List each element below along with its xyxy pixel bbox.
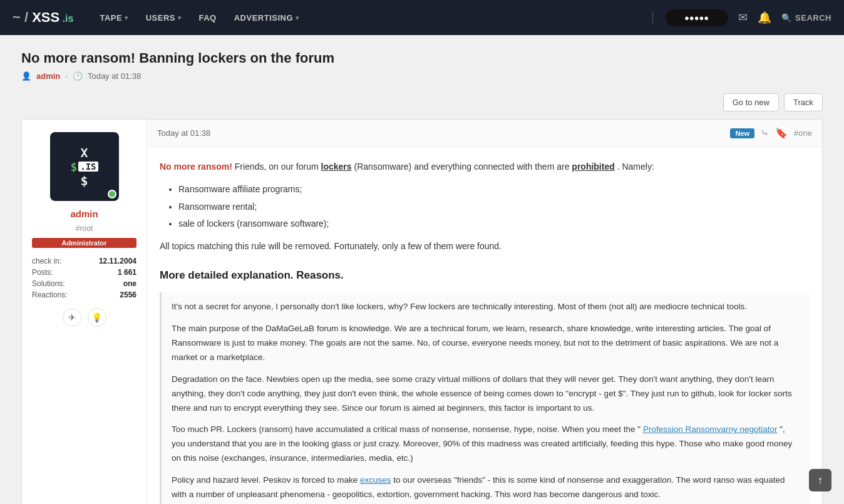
thread-title: No more ransom! Banning lockers on the f…: [21, 50, 823, 66]
thread-timestamp: Today at 01:38: [88, 71, 141, 81]
chevron-down-icon: ▾: [178, 14, 182, 21]
excuses-link[interactable]: excuses: [360, 475, 391, 485]
page-content: No more ransom! Banning lockers on the f…: [9, 35, 835, 504]
bookmark-icon[interactable]: 🔖: [775, 127, 788, 139]
section-title: More detailed explanation. Reasons.: [160, 267, 810, 285]
quote-paragraph-3: Too much PR. Lockers (ransom) have accum…: [172, 423, 800, 466]
post-content-area: Today at 01:38 New ⤷ 🔖 #one No more rans…: [147, 120, 822, 504]
nav-right: ●●●●● ✉ 🔔 🔍 SEARCH: [650, 9, 831, 26]
stat-posts: Posts: 1 661: [32, 267, 136, 278]
nav-advertising[interactable]: ADVERTISING ▾: [227, 8, 307, 28]
quote-paragraph-0: It's not a secret for anyone, I personal…: [172, 300, 800, 314]
quote-paragraph-1: The main purpose of the DaMaGeLaB forum …: [172, 322, 800, 365]
scroll-top-button[interactable]: ↑: [809, 469, 831, 491]
user-tag: #root: [76, 224, 93, 233]
prohibited-word: prohibited: [572, 162, 614, 172]
post-sidebar: X $ .IS $ admin #root Administrator chec…: [22, 120, 147, 504]
nav-separator: [652, 11, 653, 24]
telegram-icon[interactable]: ✈: [63, 308, 81, 327]
search-button[interactable]: 🔍 SEARCH: [781, 13, 831, 23]
stat-checkin: check in: 12.11.2004: [32, 255, 136, 267]
stat-solutions: Solutions: one: [32, 278, 136, 289]
thread-author[interactable]: admin: [36, 71, 60, 81]
list-item: Ransomware affiliate programs;: [178, 182, 810, 197]
user-action-buttons: ✈ 💡: [63, 308, 106, 327]
bullet-list: Ransomware affiliate programs; Ransomwar…: [178, 182, 810, 232]
mail-icon[interactable]: ✉: [738, 11, 748, 24]
thread-actions: Go to new Track: [21, 93, 823, 111]
post-header-actions: New ⤷ 🔖 #one: [730, 127, 812, 139]
nav-tape[interactable]: TAPE ▾: [92, 8, 135, 28]
track-button[interactable]: Track: [784, 93, 823, 111]
lightbulb-icon[interactable]: 💡: [88, 308, 106, 327]
list-item: Ransomware rental;: [178, 200, 810, 215]
bell-icon[interactable]: 🔔: [758, 11, 771, 24]
avatar-image: X $ .IS $: [70, 145, 98, 188]
online-indicator: [108, 190, 116, 198]
post-hashtag: #one: [794, 128, 812, 138]
chevron-down-icon: ▾: [125, 14, 128, 21]
intro-red: No more ransom!: [160, 162, 232, 172]
search-icon: 🔍: [781, 13, 792, 23]
thread-meta: 👤 admin · 🕐 Today at 01:38: [21, 71, 823, 81]
blockquote-section: It's not a secret for anyone, I personal…: [160, 292, 810, 504]
site-logo[interactable]: ~ / XSS .is: [13, 9, 73, 26]
share-icon[interactable]: ⤷: [761, 127, 769, 139]
avatar[interactable]: X $ .IS $: [50, 132, 119, 201]
stat-reactions: Reactions: 2556: [32, 289, 136, 301]
chevron-down-icon: ▾: [296, 14, 299, 21]
user-stats: check in: 12.11.2004 Posts: 1 661 Soluti…: [32, 255, 136, 301]
nav-faq[interactable]: FAQ: [191, 8, 224, 28]
post-header: Today at 01:38 New ⤷ 🔖 #one: [147, 120, 822, 147]
navbar: ~ / XSS .is TAPE ▾ USERS ▾ FAQ ADVERTISI…: [0, 0, 844, 35]
logo-tilde: ~ /: [13, 9, 32, 25]
all-topics-text: All topics matching this rule will be re…: [160, 239, 810, 254]
post-timestamp: Today at 01:38: [157, 128, 210, 138]
logo-is: .is: [59, 13, 73, 24]
go-to-new-button[interactable]: Go to new: [723, 93, 779, 111]
post-body: No more ransom! Friends, on our forum lo…: [147, 147, 822, 504]
username[interactable]: admin: [70, 208, 98, 219]
nav-users[interactable]: USERS ▾: [138, 8, 189, 28]
author-icon: 👤: [21, 71, 31, 81]
logo-xss: XSS: [32, 9, 59, 25]
post-intro: No more ransom! Friends, on our forum lo…: [160, 160, 810, 175]
post-container: X $ .IS $ admin #root Administrator chec…: [21, 119, 823, 504]
new-badge: New: [730, 128, 754, 138]
clock-icon: 🕐: [73, 71, 83, 81]
user-button[interactable]: ●●●●●: [666, 9, 728, 26]
nav-links: TAPE ▾ USERS ▾ FAQ ADVERTISING ▾: [92, 8, 649, 28]
profession-link[interactable]: Profession Ransomvarny negotiator: [643, 424, 778, 434]
quote-paragraph-2: Degradation on the face. Newbies open up…: [172, 373, 800, 416]
lockers-word: lockers: [321, 162, 352, 172]
quote-paragraph-4: Policy and hazard level. Peskov is force…: [172, 473, 800, 502]
list-item: sale of lockers (ransomware software);: [178, 217, 810, 232]
user-role-badge: Administrator: [32, 238, 136, 248]
